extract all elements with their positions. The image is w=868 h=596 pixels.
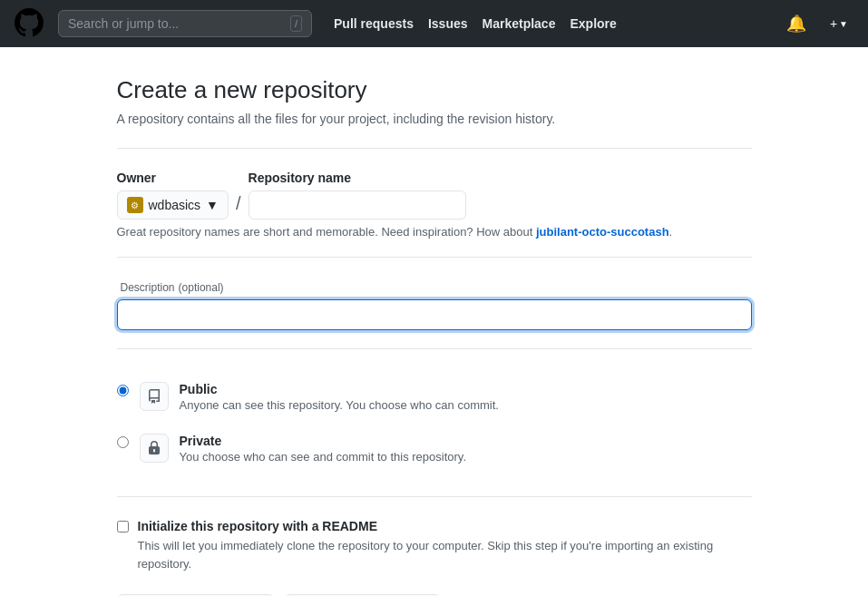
desc-divider [117,257,752,258]
init-divider [117,496,752,497]
owner-caret-icon: ▼ [206,198,219,212]
owner-name: wdbasics [149,198,201,212]
init-checkbox[interactable] [117,521,129,532]
init-title: Initialize this repository with a README [138,519,752,533]
owner-avatar: ⚙ [127,197,143,213]
page-subtitle: A repository contains all the files for … [117,112,752,126]
desc-optional: (optional) [179,281,224,294]
github-logo[interactable] [15,8,44,40]
repo-name-label: Repository name [249,171,466,185]
public-title: Public [180,382,499,396]
create-new-button[interactable]: + ▼ [824,13,853,34]
search-bar[interactable]: / [58,10,312,37]
init-option: Initialize this repository with a README… [117,519,752,572]
visibility-divider [117,348,752,349]
description-input[interactable] [117,299,752,330]
private-title: Private [180,434,467,448]
private-option: Private You choose who can see and commi… [117,423,752,474]
plus-icon: + [830,16,837,31]
owner-field: Owner ⚙ wdbasics ▼ [117,171,229,220]
public-icon [140,382,169,411]
nav-links: Pull requests Issues Marketplace Explore [334,16,617,31]
page-title: Create a new repository [117,76,752,104]
navbar: / Pull requests Issues Marketplace Explo… [0,0,868,47]
public-option: Public Anyone can see this repository. Y… [117,371,752,423]
private-radio[interactable] [117,436,129,448]
marketplace-link[interactable]: Marketplace [483,16,556,31]
caret-down-icon: ▼ [839,19,848,29]
public-radio[interactable] [117,385,129,396]
explore-link[interactable]: Explore [570,16,616,31]
private-text-group: Private You choose who can see and commi… [180,434,467,464]
notifications-button[interactable]: 🔔 [783,10,810,37]
owner-select-button[interactable]: ⚙ wdbasics ▼ [117,191,229,220]
slash-badge: / [290,15,302,32]
init-desc: This will let you immediately clone the … [138,537,752,572]
init-section: Initialize this repository with a README… [117,519,752,572]
inspiration-link[interactable]: jubilant-octo-succotash [536,225,669,239]
pull-requests-link[interactable]: Pull requests [334,16,414,31]
repo-name-input[interactable] [249,191,466,220]
desc-label: Description(optional) [117,279,752,294]
description-field: Description(optional) [117,279,752,330]
owner-label: Owner [117,171,229,185]
issues-link[interactable]: Issues [428,16,468,31]
inspiration-text: Great repository names are short and mem… [117,225,752,239]
bell-icon: 🔔 [786,14,806,34]
visibility-section: Public Anyone can see this repository. Y… [117,371,752,474]
search-input[interactable] [68,16,285,31]
repo-name-field: Repository name [249,171,466,220]
top-divider [117,148,752,149]
init-text-group: Initialize this repository with a README… [138,519,752,572]
public-text-group: Public Anyone can see this repository. Y… [180,382,499,412]
private-desc: You choose who can see and commit to thi… [180,450,467,464]
private-icon [140,434,169,463]
public-desc: Anyone can see this repository. You choo… [180,398,499,412]
main-content: Create a new repository A repository con… [99,47,770,596]
slash-separator: / [229,189,249,220]
